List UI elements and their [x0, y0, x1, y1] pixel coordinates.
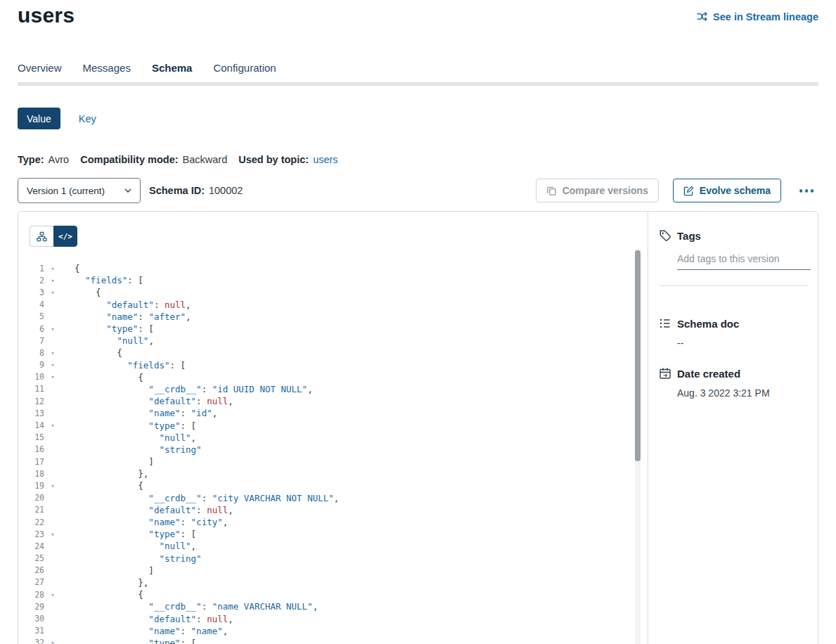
code-line: 6▾ "type": [ [18, 323, 634, 335]
page-title: users [18, 4, 75, 27]
schema-page: users See in Stream lineage Overview Mes… [0, 0, 836, 644]
schema-action-buttons: Compare versions Evolve schema ⋯ [536, 179, 818, 202]
line-number: 8 [18, 348, 44, 358]
type-pair: Type: Avro [18, 154, 69, 165]
line-number: 3 [18, 288, 44, 297]
stream-lineage-link[interactable]: See in Stream lineage [696, 11, 818, 22]
evolve-schema-label: Evolve schema [700, 185, 771, 196]
editor-scrollbar-thumb[interactable] [635, 250, 641, 461]
line-number: 17 [18, 457, 44, 467]
schema-id-value: 100002 [209, 185, 243, 196]
schema-id: Schema ID: 100002 [149, 185, 243, 196]
line-number: 7 [18, 336, 44, 346]
code-text: "type": [ [75, 420, 196, 431]
code-line: 28▾ { [18, 588, 634, 600]
chevron-down-icon [124, 188, 131, 193]
value-toggle-button[interactable]: Value [18, 108, 60, 129]
code-line: 24 "null", [18, 540, 634, 552]
tree-view-button[interactable] [30, 226, 53, 247]
code-line: 13 "name": "id", [18, 407, 634, 419]
compare-versions-button[interactable]: Compare versions [536, 179, 659, 202]
code-text: }, [75, 468, 148, 479]
line-number: 18 [18, 469, 44, 479]
code-view-button[interactable]: </> [53, 226, 77, 247]
code-text: "__crdb__": "name VARCHAR NULL", [75, 601, 318, 612]
line-number: 21 [18, 505, 44, 515]
tags-title: Tags [677, 230, 701, 242]
code-line: 23▾ "type": [ [18, 528, 634, 540]
code-text: }, [75, 577, 148, 588]
editor-view-toggle: </> [30, 226, 77, 247]
key-toggle-button[interactable]: Key [79, 113, 96, 124]
fold-toggle-icon[interactable]: ▾ [44, 326, 61, 333]
code-line: 21 "default": null, [18, 504, 634, 516]
fold-toggle-icon[interactable]: ▾ [44, 349, 61, 356]
topic-link[interactable]: users [313, 154, 337, 165]
tags-section-header: Tags [659, 229, 809, 242]
code-lines: 1▾{2▾ "fields": [3▾ {4 "default": null,5… [18, 262, 634, 644]
evolve-schema-button[interactable]: Evolve schema [673, 179, 781, 202]
line-number: 32 [18, 638, 44, 644]
line-number: 5 [18, 311, 44, 321]
code-text: "default": null, [75, 300, 191, 310]
date-created-title: Date created [677, 368, 740, 380]
code-line: 1▾{ [18, 262, 634, 274]
line-number: 9 [18, 360, 44, 370]
edit-icon [683, 186, 694, 196]
tab-underline-bar [18, 82, 818, 86]
version-select[interactable]: Version 1 (current) [18, 178, 141, 203]
code-line: 11 "__crdb__": "id UUID NOT NULL", [18, 383, 634, 395]
sidebar-divider [659, 285, 809, 286]
code-line: 4 "default": null, [18, 299, 634, 311]
fold-toggle-icon[interactable]: ▾ [44, 591, 61, 598]
add-tags-input[interactable] [677, 250, 811, 270]
line-number: 30 [18, 614, 44, 624]
fold-toggle-icon[interactable]: ▾ [44, 289, 61, 296]
line-number: 25 [18, 553, 44, 563]
fold-toggle-icon[interactable]: ▾ [44, 482, 61, 489]
fold-toggle-icon[interactable]: ▾ [44, 361, 61, 368]
line-number: 12 [18, 397, 44, 406]
fold-toggle-icon[interactable]: ▾ [44, 265, 61, 272]
line-number: 28 [18, 590, 44, 600]
code-line: 15 "null", [18, 432, 634, 444]
schema-doc-value: -- [677, 337, 809, 349]
code-text: "default": null, [75, 396, 233, 406]
line-number: 19 [18, 481, 44, 491]
code-line: 14▾ "type": [ [18, 419, 634, 431]
line-number: 16 [18, 444, 44, 454]
editor-scrollbar-track[interactable] [635, 248, 641, 644]
compatibility-value: Backward [183, 154, 228, 165]
more-options-button[interactable]: ⋯ [795, 187, 818, 194]
code-text: "type": [ [75, 529, 196, 539]
code-text: { [75, 372, 143, 382]
lineage-link-label: See in Stream lineage [713, 11, 818, 22]
line-number: 23 [18, 529, 44, 539]
value-key-toggle: Value Key [18, 108, 96, 129]
code-text: { [75, 287, 101, 297]
code-text: { [75, 589, 143, 600]
code-line: 29 "__crdb__": "name VARCHAR NULL", [18, 600, 634, 612]
line-number: 15 [18, 432, 44, 442]
fold-toggle-icon[interactable]: ▾ [44, 277, 61, 284]
fold-toggle-icon[interactable]: ▾ [44, 639, 61, 644]
used-by-topic-pair: Used by topic: users [238, 154, 337, 165]
code-text: "name": "name", [75, 626, 228, 636]
line-number: 31 [18, 626, 44, 636]
tag-icon [659, 229, 671, 242]
schema-panel: </> 1▾{2▾ "fields": [3▾ {4 "default": nu… [18, 211, 818, 644]
code-text: "null", [75, 335, 154, 346]
code-text: "type": [ [75, 323, 154, 334]
code-line: 16 "string" [18, 444, 634, 456]
compatibility-pair: Compatibility mode: Backward [80, 154, 227, 165]
code-line: 27 }, [18, 577, 634, 588]
fold-toggle-icon[interactable]: ▾ [44, 373, 61, 380]
fold-toggle-icon[interactable]: ▾ [44, 422, 61, 429]
doc-list-icon [659, 317, 671, 330]
lineage-icon [696, 11, 708, 22]
tree-view-icon [37, 231, 47, 242]
schema-sidebar: Tags Schema doc -- Da [648, 212, 819, 644]
compatibility-label: Compatibility mode: [80, 154, 178, 165]
fold-toggle-icon[interactable]: ▾ [44, 531, 61, 538]
code-text: "__crdb__": "city VARCHAR NOT NULL", [75, 493, 339, 503]
